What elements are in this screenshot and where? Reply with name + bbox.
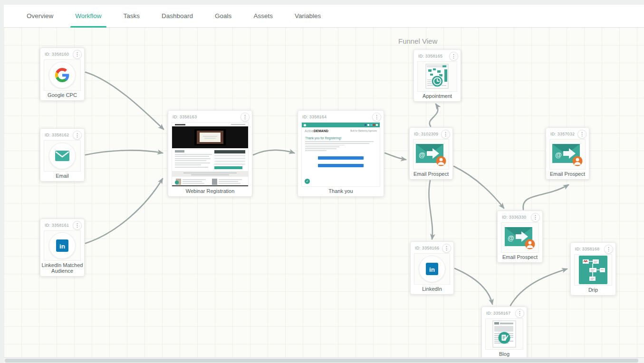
node-id-label: ID: 3336330: [502, 215, 526, 220]
kebab-menu-icon[interactable]: ⋮: [73, 131, 82, 140]
node-thumbnail: [172, 122, 249, 187]
edge-email-prospect-1-to-appointment: [430, 104, 438, 126]
node-id-label: ID: 3358160: [45, 52, 69, 57]
kebab-menu-icon[interactable]: ⋮: [604, 245, 613, 254]
node-title: Email Prospect: [546, 170, 589, 179]
kebab-menu-icon[interactable]: ⋮: [531, 213, 540, 222]
workflow-canvas[interactable]: Funnel View ID: 3358160⋮ Google CPCID: 3…: [4, 28, 644, 357]
node-webinar-registration[interactable]: ID: 3358163⋮: [168, 110, 252, 197]
node-id-label: ID: 3358165: [418, 54, 442, 58]
node-id-label: ID: 3358161: [45, 223, 69, 228]
node-thumbnail: @: [413, 139, 449, 170]
node-id-label: ID: 3358164: [302, 115, 327, 119]
tab-goals[interactable]: Goals: [207, 5, 239, 27]
horizontal-scrollbar[interactable]: [4, 357, 644, 363]
node-header: ID: 3358165⋮: [414, 50, 461, 61]
edge-email-to-webinar-registration: [86, 150, 163, 155]
funnel-view-label: Funnel View: [398, 37, 437, 45]
tab-tasks[interactable]: Tasks: [116, 5, 148, 27]
svg-text:@: @: [419, 151, 425, 159]
email-prospect-icon: @: [415, 143, 447, 166]
node-blog[interactable]: ID: 3358167⋮ Blog: [481, 306, 527, 357]
node-title: Webinar Registration: [168, 187, 252, 196]
kebab-menu-icon[interactable]: ⋮: [240, 113, 250, 122]
svg-text:@: @: [555, 151, 562, 159]
tab-bar: OverviewWorkflowTasksDashboardGoalsAsset…: [4, 5, 644, 28]
node-thumbnail: [417, 61, 457, 92]
node-title: Email Prospect: [498, 253, 542, 262]
node-title: LinkedIn: [411, 285, 453, 294]
node-linkedin[interactable]: ID: 3358166⋮ inLinkedIn: [410, 241, 454, 295]
kebab-menu-icon[interactable]: ⋮: [515, 309, 524, 318]
campaign-workflow-app: OverviewWorkflowTasksDashboardGoalsAsset…: [4, 5, 644, 363]
horizontal-scrollbar-thumb[interactable]: [5, 359, 638, 363]
node-thumbnail: [574, 254, 612, 286]
edge-google-cpc-to-webinar-registration: [86, 72, 163, 129]
kebab-menu-icon[interactable]: ⋮: [442, 244, 451, 253]
node-email-prospect-2[interactable]: ID: 3357032⋮ @ Email Prospect: [546, 127, 589, 180]
node-id-label: ID: 3358163: [173, 115, 197, 119]
edge-email-prospect-3-to-email-prospect-2: [523, 185, 568, 210]
email-prospect-icon: @: [552, 143, 583, 166]
node-email[interactable]: ID: 3358162⋮ Email: [40, 128, 85, 182]
blog-page-icon: [491, 320, 517, 348]
kebab-menu-icon[interactable]: ⋮: [577, 130, 586, 139]
node-drip[interactable]: ID: 3358168⋮ Drip: [570, 242, 616, 296]
tab-variables[interactable]: Variables: [287, 5, 328, 27]
edge-thank-you-to-email-prospect-1: [385, 153, 406, 160]
kebab-menu-icon[interactable]: ⋮: [372, 113, 381, 122]
node-google-cpc[interactable]: ID: 3358160⋮ Google CPC: [40, 48, 85, 101]
node-header: ID: 3358164⋮: [298, 111, 384, 122]
svg-text:in: in: [429, 266, 435, 273]
node-title: Email Prospect: [410, 170, 452, 179]
node-thumbnail: in: [44, 230, 81, 261]
node-title: Google CPC: [40, 91, 84, 100]
google-icon: [49, 62, 76, 88]
tab-dashboard[interactable]: Dashboard: [154, 5, 201, 27]
node-id-label: ID: 3358167: [486, 311, 510, 315]
node-header: ID: 3358162⋮: [40, 129, 84, 140]
edge-email-prospect-1-to-email-prospect-3: [454, 166, 504, 208]
node-thumbnail: @: [501, 222, 539, 253]
svg-text:@: @: [508, 234, 514, 242]
node-thumbnail: in: [414, 253, 450, 285]
kebab-menu-icon[interactable]: ⋮: [73, 221, 82, 230]
node-id-label: ID: 3358166: [415, 246, 439, 250]
node-title: Drip: [571, 286, 615, 295]
linkedin-icon: in: [419, 256, 445, 282]
email-prospect-icon: @: [504, 226, 536, 249]
kebab-menu-icon[interactable]: ⋮: [73, 50, 82, 59]
node-title: Email: [40, 172, 84, 181]
node-title: LinkedIn Matched Audience: [40, 261, 84, 276]
node-id-label: ID: 3102309: [414, 132, 438, 136]
webinar-page-thumbnail: [172, 123, 248, 186]
node-header: ID: 3357032⋮: [546, 128, 589, 139]
node-linkedin-matched-audience[interactable]: ID: 3358161⋮ inLinkedIn Matched Audience: [40, 219, 85, 277]
node-header: ID: 3336330⋮: [498, 211, 542, 222]
node-header: ID: 3358167⋮: [482, 307, 527, 318]
thankyou-email-thumbnail: ActiveDEMAND Built for Marketing Agencie…: [302, 123, 380, 186]
node-thumbnail: ActiveDEMAND Built for Marketing Agencie…: [301, 122, 380, 187]
tab-assets[interactable]: Assets: [246, 5, 280, 27]
edge-email-prospect-1-to-linkedin: [429, 181, 432, 239]
node-email-prospect-3[interactable]: ID: 3336330⋮ @ Email Prospect: [497, 210, 543, 263]
edge-blog-to-drip: [510, 269, 567, 306]
node-thumbnail: [44, 140, 81, 172]
node-header: ID: 3358166⋮: [411, 242, 453, 253]
kebab-menu-icon[interactable]: ⋮: [441, 130, 450, 139]
svg-text:in: in: [59, 242, 65, 249]
node-appointment[interactable]: ID: 3358165⋮ Appointment: [413, 49, 461, 102]
email-icon: [49, 143, 76, 169]
tab-overview[interactable]: Overview: [19, 5, 61, 27]
node-email-prospect-1[interactable]: ID: 3102309⋮ @ Email Prospect: [409, 127, 453, 180]
node-id-label: ID: 3357032: [550, 132, 575, 136]
node-header: ID: 3358163⋮: [168, 111, 252, 122]
node-thank-you[interactable]: ID: 3358164⋮ ActiveDEMAND Built for Mark…: [298, 110, 384, 197]
tab-workflow[interactable]: Workflow: [67, 5, 109, 27]
edge-linkedin-matched-audience-to-webinar-registration: [86, 179, 163, 243]
kebab-menu-icon[interactable]: ⋮: [449, 52, 458, 61]
linkedin-icon: in: [49, 232, 76, 259]
node-thumbnail: [485, 318, 523, 350]
node-id-label: ID: 3358162: [45, 133, 69, 137]
node-header: ID: 3358160⋮: [40, 48, 84, 59]
